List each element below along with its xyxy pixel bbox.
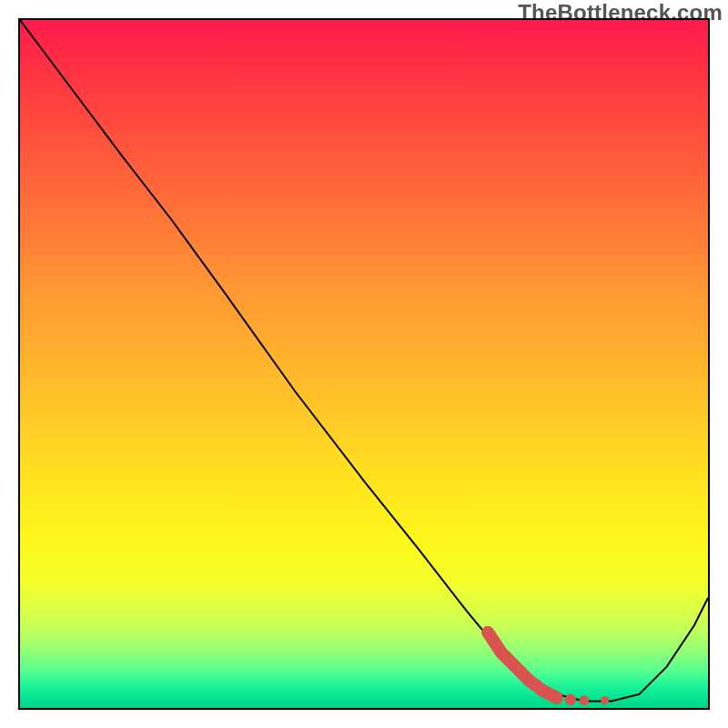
black-curve-path: [20, 20, 708, 701]
chart-svg: [20, 20, 708, 708]
plot-area: [18, 18, 710, 710]
accent-dot: [580, 695, 590, 705]
accent-dot-group: [551, 692, 609, 705]
accent-dot: [601, 696, 609, 704]
chart-container: TheBottleneck.com: [0, 0, 728, 728]
accent-dot: [551, 692, 563, 704]
accent-dot: [565, 694, 576, 705]
accent-segment-path: [488, 632, 557, 698]
